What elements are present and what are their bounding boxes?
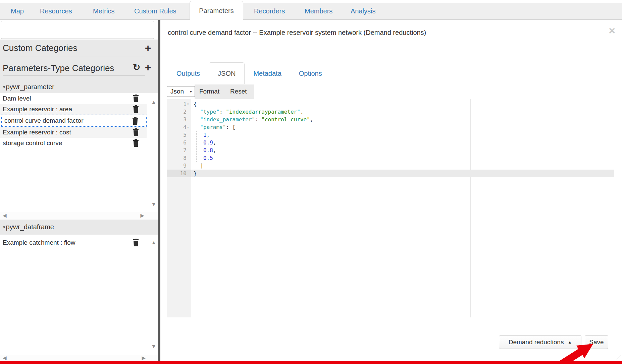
- list-item-label: Example reservoir : area: [3, 106, 72, 113]
- dataframe-list: Example catchment : flow: [0, 235, 158, 345]
- list-item[interactable]: Example reservoir : cost: [0, 127, 147, 138]
- nav-tab-map[interactable]: Map: [11, 3, 24, 20]
- parameter-detail-panel: control curve demand factor -- Example r…: [160, 20, 622, 361]
- panel-divider[interactable]: [158, 20, 160, 361]
- tab-json[interactable]: JSON: [209, 62, 245, 84]
- plus-icon: +: [145, 61, 151, 73]
- plus-icon: +: [145, 42, 151, 54]
- nav-tab-resources[interactable]: Resources: [40, 3, 72, 20]
- scroll-up-arrow[interactable]: ▲: [151, 240, 156, 245]
- parameter-list: Dam level Example reservoir : area contr…: [0, 93, 158, 212]
- tab-outputs[interactable]: Outputs: [168, 63, 209, 84]
- code-line: 5 1,: [167, 131, 614, 139]
- custom-categories-title: Custom Categories: [3, 43, 77, 53]
- line-number: 7: [167, 146, 187, 154]
- line-number: 5: [167, 131, 187, 139]
- fold-icon[interactable]: ▾: [187, 123, 189, 131]
- custom-categories-header: Custom Categories +: [0, 40, 158, 57]
- chevron-up-icon: ▲: [568, 340, 572, 345]
- json-mode-select[interactable]: Json ▾: [167, 86, 195, 97]
- list-item[interactable]: Dam level: [0, 93, 147, 104]
- trash-icon: [133, 139, 139, 147]
- group-pywr-parameter[interactable]: ▾pywr_parameter: [0, 82, 158, 93]
- delete-button[interactable]: [133, 239, 140, 247]
- save-button[interactable]: Save: [585, 335, 608, 349]
- list-item-label: Example catchment : flow: [3, 239, 75, 246]
- add-type-category-button[interactable]: +: [142, 62, 154, 73]
- add-custom-category-button[interactable]: +: [142, 42, 154, 54]
- line-number: 1: [167, 100, 187, 108]
- group-pywr-dataframe[interactable]: ▾pywr_dataframe: [0, 220, 158, 235]
- detail-tabbar: Outputs JSON Metadata Options: [160, 63, 622, 84]
- line-number: 6: [167, 139, 187, 146]
- group-label: pywr_dataframe: [6, 223, 54, 231]
- trash-icon: [133, 239, 139, 246]
- format-button[interactable]: Format: [199, 86, 219, 97]
- mode-select-value: Json: [170, 88, 184, 95]
- code-line: 7 0.8,: [167, 146, 614, 154]
- category-dropup-button[interactable]: Demand reductions▲: [499, 335, 581, 349]
- scroll-right-arrow[interactable]: ▶: [142, 355, 146, 361]
- footer-divider: [160, 326, 622, 326]
- delete-button[interactable]: [133, 128, 140, 136]
- category-button-label: Demand reductions: [509, 339, 564, 346]
- delete-button[interactable]: [132, 117, 139, 125]
- list-item-selected[interactable]: control curve demand factor: [1, 115, 147, 127]
- delete-button[interactable]: [133, 139, 140, 147]
- code-line: 2 "type": "indexedarrayparameter",: [167, 108, 614, 116]
- fold-icon[interactable]: ▾: [187, 100, 189, 108]
- code-line: 3 "index_parameter": "control curve",: [167, 116, 614, 123]
- collapse-icon: ▾: [3, 82, 5, 92]
- nav-tab-recorders[interactable]: Recorders: [254, 3, 285, 20]
- categories-sidebar: Custom Categories + Parameters-Type Cate…: [0, 20, 158, 361]
- code-line: 9 ]: [167, 162, 614, 170]
- line-number: 9: [167, 162, 187, 170]
- code-lines: 1 ▾ { 2 "type": "indexedarrayparameter",…: [167, 100, 614, 177]
- trash-icon: [133, 128, 139, 136]
- screen: Map Resources Metrics Custom Rules Param…: [0, 0, 622, 364]
- tab-metadata[interactable]: Metadata: [245, 63, 290, 84]
- chevron-down-icon: ▾: [190, 86, 192, 97]
- top-navbar: Map Resources Metrics Custom Rules Param…: [0, 0, 622, 20]
- line-number: 8: [167, 154, 187, 162]
- scroll-left-arrow[interactable]: ◀: [3, 213, 7, 219]
- tab-options[interactable]: Options: [290, 63, 331, 84]
- collapse-icon: ▾: [3, 220, 5, 235]
- annotation-red-bar: [0, 361, 622, 364]
- scroll-up-arrow[interactable]: ▲: [151, 100, 156, 105]
- line-number: 3: [167, 116, 187, 123]
- code-line-active: 10 }: [167, 170, 614, 177]
- list-item[interactable]: storage control curve: [0, 138, 147, 148]
- json-code-editor[interactable]: 1 ▾ { 2 "type": "indexedarrayparameter",…: [167, 99, 614, 317]
- line-number: 10: [167, 170, 187, 177]
- type-categories-header: Parameters-Type Categories ↻ +: [0, 58, 158, 76]
- scroll-down-arrow[interactable]: ▼: [151, 344, 156, 349]
- refresh-icon: ↻: [133, 62, 141, 72]
- horizontal-scrollbar: ◀ ▶: [0, 212, 158, 219]
- trash-icon: [132, 117, 139, 125]
- list-item[interactable]: Example reservoir : area: [0, 104, 147, 115]
- type-categories-title: Parameters-Type Categories: [3, 63, 114, 73]
- scroll-down-arrow[interactable]: ▼: [151, 202, 156, 207]
- list-item-label: control curve demand factor: [4, 117, 84, 124]
- trash-icon: [133, 95, 139, 102]
- trash-icon: [133, 105, 139, 113]
- scroll-right-arrow[interactable]: ▶: [140, 213, 144, 219]
- delete-button[interactable]: [133, 105, 140, 113]
- nav-tab-members[interactable]: Members: [305, 3, 332, 20]
- nav-tab-analysis[interactable]: Analysis: [351, 3, 375, 20]
- scroll-left-arrow[interactable]: ◀: [3, 355, 7, 361]
- nav-tab-parameters[interactable]: Parameters: [190, 1, 243, 21]
- delete-button[interactable]: [133, 95, 140, 103]
- refresh-button[interactable]: ↻: [132, 62, 142, 73]
- nav-tab-metrics[interactable]: Metrics: [93, 3, 114, 20]
- category-search-input[interactable]: [1, 21, 154, 39]
- header-divider: [160, 54, 622, 54]
- reset-button[interactable]: Reset: [230, 86, 247, 97]
- group-label: pywr_parameter: [6, 83, 55, 90]
- list-item[interactable]: Example catchment : flow: [0, 237, 147, 248]
- code-line: 4 ▾ "params": [: [167, 123, 614, 131]
- nav-tab-custom-rules[interactable]: Custom Rules: [134, 3, 176, 20]
- close-button[interactable]: ×: [609, 25, 615, 36]
- horizontal-scrollbar: ◀ ▶: [0, 355, 158, 361]
